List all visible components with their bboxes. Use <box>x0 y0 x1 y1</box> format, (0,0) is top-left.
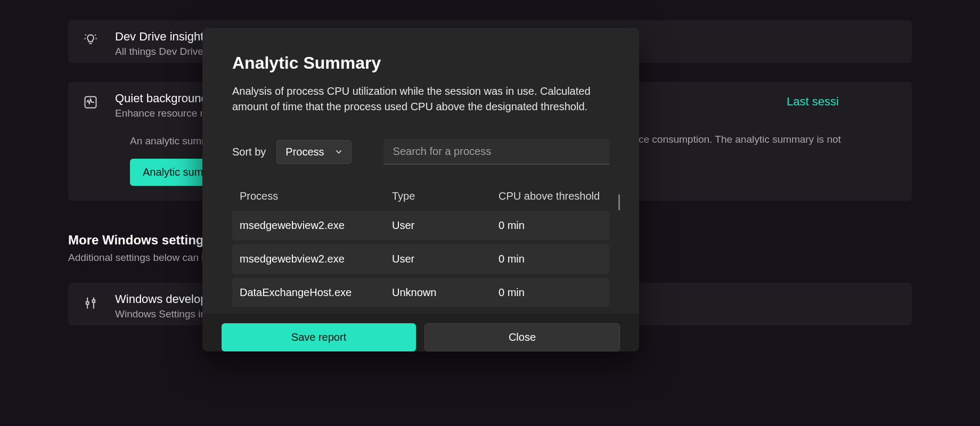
cell-cpu: 0 min <box>499 286 609 299</box>
sort-value: Process <box>285 146 324 158</box>
cell-process: msedgewebview2.exe <box>232 253 392 265</box>
cell-cpu: 0 min <box>499 253 609 265</box>
sort-by-dropdown[interactable]: Process <box>276 140 351 164</box>
process-table: Process Type CPU above threshold msedgew… <box>202 190 639 307</box>
col-header-type[interactable]: Type <box>392 190 499 202</box>
cell-process: msedgewebview2.exe <box>232 219 392 232</box>
consumption-text: ce consumption. The analytic summary is … <box>639 134 841 145</box>
table-row[interactable]: msedgewebview2.exe User 0 min <box>232 211 609 240</box>
dialog-controls: Sort by Process <box>232 139 609 165</box>
save-report-button[interactable]: Save report <box>222 323 416 351</box>
cell-type: User <box>392 253 499 265</box>
windows-dev-title: Windows develop <box>115 292 207 306</box>
tools-icon <box>83 296 98 310</box>
cell-cpu: 0 min <box>499 219 609 232</box>
col-header-cpu[interactable]: CPU above threshold <box>499 190 609 202</box>
dialog-description: Analysis of process CPU utilization whil… <box>232 84 609 114</box>
windows-dev-subtitle: Windows Settings in <box>115 308 207 320</box>
sort-by-label: Sort by <box>232 146 266 158</box>
col-header-process[interactable]: Process <box>232 190 392 202</box>
table-row[interactable]: msedgewebview2.exe User 0 min <box>232 244 609 274</box>
cell-process: DataExchangeHost.exe <box>232 286 392 299</box>
close-button[interactable]: Close <box>424 323 620 351</box>
table-row[interactable]: DataExchangeHost.exe Unknown 0 min <box>232 278 609 307</box>
dialog-title: Analytic Summary <box>232 53 609 73</box>
scrollbar-thumb[interactable] <box>618 194 620 210</box>
last-session-link[interactable]: Last sessi <box>787 95 839 109</box>
dev-drive-title: Dev Drive insights <box>115 30 209 44</box>
search-input[interactable] <box>383 139 609 165</box>
analytic-summary-dialog: Analytic Summary Analysis of process CPU… <box>202 28 639 351</box>
dev-drive-subtitle: All things Dev Drive, <box>115 46 209 58</box>
chevron-down-icon <box>335 148 342 155</box>
cell-type: User <box>392 219 499 232</box>
cell-type: Unknown <box>392 286 499 299</box>
table-header: Process Type CPU above threshold <box>232 190 609 211</box>
dialog-footer: Save report Close <box>202 314 639 351</box>
lightbulb-icon <box>83 33 98 48</box>
activity-icon <box>83 95 98 110</box>
